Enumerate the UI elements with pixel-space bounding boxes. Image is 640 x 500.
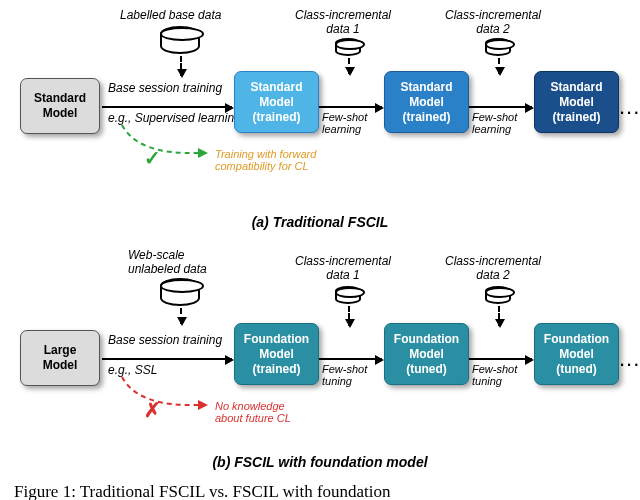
- arrow-right-icon: [319, 358, 382, 360]
- cylinder-icon: [335, 286, 361, 304]
- panel-b-caption: (b) FSCIL with foundation model: [0, 454, 640, 470]
- inc-label-2: Class-incremental data 2: [445, 8, 541, 36]
- curved-arrow-icon: [120, 375, 210, 415]
- arrow-down-icon: [348, 58, 350, 74]
- db-label-b: Web-scale unlabeled data: [128, 248, 207, 276]
- db-label-a: Labelled base data: [120, 8, 221, 22]
- inc-label-1: Class-incremental data 1: [295, 8, 391, 36]
- arrow2-label-b: Few-shot tuning: [322, 363, 367, 387]
- arrow-down-icon: [498, 306, 500, 326]
- arrow-down-icon: [180, 56, 182, 76]
- trained-box-1: Standard Model (trained): [234, 71, 319, 133]
- arrow-right-icon: [469, 106, 532, 108]
- start-large-model-box: Large Model: [20, 330, 100, 386]
- curved-arrow-icon: [120, 123, 210, 163]
- arrow-right-icon: [319, 106, 382, 108]
- ellipsis-icon: ...: [619, 346, 640, 372]
- arrow-right-icon: [102, 358, 232, 360]
- cylinder-icon: [485, 286, 511, 304]
- arrow3-label: Few-shot learning: [472, 111, 517, 135]
- arrow-down-icon: [180, 308, 182, 324]
- arrow3-label-b: Few-shot tuning: [472, 363, 517, 387]
- ellipsis-icon: ...: [619, 94, 640, 120]
- svg-marker-1: [198, 400, 208, 410]
- panel-a-caption: (a) Traditional FSCIL: [0, 214, 640, 230]
- arrow-down-icon: [498, 58, 500, 74]
- trained-box-3: Standard Model (trained): [534, 71, 619, 133]
- inc-label-1b: Class-incremental data 1: [295, 254, 391, 282]
- panel-b: Web-scale unlabeled data Large Model Bas…: [20, 248, 620, 448]
- trained-box-2: Standard Model (trained): [384, 71, 469, 133]
- cylinder-icon: [485, 38, 511, 56]
- cylinder-icon: [335, 38, 361, 56]
- foundation-box-2: Foundation Model (tuned): [384, 323, 469, 385]
- cylinder-icon: [160, 26, 200, 54]
- note-b: No knowledge about future CL: [215, 400, 291, 424]
- inc-label-2b: Class-incremental data 2: [445, 254, 541, 282]
- foundation-box-1: Foundation Model (trained): [234, 323, 319, 385]
- note-a: Training with forward compatibility for …: [215, 148, 316, 172]
- arrow-right-icon: [469, 358, 532, 360]
- start-model-box: Standard Model: [20, 78, 100, 134]
- arrow-right-icon: [102, 106, 232, 108]
- cross-icon: ✗: [140, 398, 164, 422]
- check-icon: ✓: [140, 146, 164, 170]
- arrow1-top-b: Base session training: [108, 333, 222, 347]
- figure-caption: Figure 1: Traditional FSCIL vs. FSCIL wi…: [0, 470, 640, 500]
- foundation-box-3: Foundation Model (tuned): [534, 323, 619, 385]
- cylinder-icon: [160, 278, 200, 306]
- panel-a: Labelled base data Standard Model Base s…: [20, 8, 620, 208]
- arrow1-top-label: Base session training: [108, 81, 222, 95]
- svg-marker-0: [198, 148, 208, 158]
- arrow-down-icon: [348, 306, 350, 326]
- arrow2-label: Few-shot learning: [322, 111, 367, 135]
